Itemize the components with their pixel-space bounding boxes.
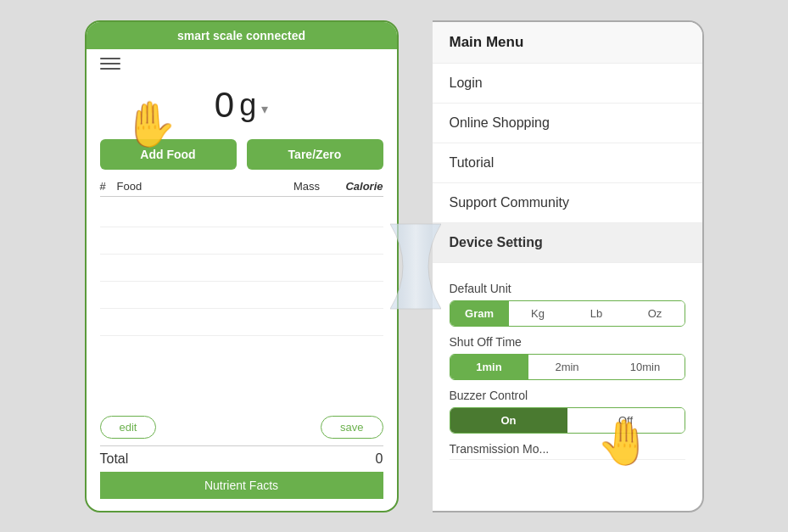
fold-arrow xyxy=(390,207,441,326)
weight-value: 0 xyxy=(215,85,234,126)
total-label: Total xyxy=(100,451,129,467)
nutrient-facts-bar[interactable]: Nutrient Facts xyxy=(100,472,383,499)
shut-off-label: Shut Off Time xyxy=(450,335,685,349)
table-row xyxy=(100,255,383,282)
save-button[interactable]: save xyxy=(321,416,383,439)
weight-unit: g xyxy=(239,87,256,123)
tare-zero-button[interactable]: Tare/Zero xyxy=(247,139,383,170)
shutoff-10min-button[interactable]: 10min xyxy=(606,355,685,379)
unit-kg-button[interactable]: Kg xyxy=(509,301,567,326)
col-num-label: # xyxy=(100,180,117,193)
hand-cursor-left: 🤚 xyxy=(122,98,177,150)
hand-cursor-right: 🤚 xyxy=(596,417,651,468)
phone-left: smart scale connected 0 g ▾ Add Food Tar… xyxy=(85,20,399,512)
menu-item-login[interactable]: Login xyxy=(433,64,702,104)
unit-oz-button[interactable]: Oz xyxy=(626,301,685,326)
table-row xyxy=(100,200,383,227)
food-table-rows xyxy=(100,200,383,409)
shutoff-toggle-group: 1min 2min 10min xyxy=(450,354,685,380)
nutrient-facts-label: Nutrient Facts xyxy=(204,479,278,492)
device-setting-section: Default Unit Gram Kg Lb Oz Shut Off Time… xyxy=(433,263,702,511)
table-header: # Food Mass Calorie xyxy=(100,180,383,197)
unit-lb-button[interactable]: Lb xyxy=(567,301,626,326)
buzzer-on-button[interactable]: On xyxy=(450,408,567,433)
col-calorie-label: Calorie xyxy=(333,180,383,193)
table-row xyxy=(100,282,383,309)
total-value: 0 xyxy=(376,451,383,467)
default-unit-label: Default Unit xyxy=(450,282,685,295)
app-title: smart scale connected xyxy=(177,29,305,42)
table-row xyxy=(100,309,383,336)
unit-gram-button[interactable]: Gram xyxy=(450,301,509,326)
total-row: Total 0 xyxy=(100,445,383,472)
edit-button[interactable]: edit xyxy=(100,416,157,439)
shutoff-2min-button[interactable]: 2min xyxy=(528,355,606,379)
col-food-label: Food xyxy=(117,180,282,193)
app-title-bar: smart scale connected xyxy=(87,22,397,49)
footer-buttons: edit save xyxy=(100,416,383,439)
menu-header: Main Menu xyxy=(433,22,702,64)
panels-wrapper: smart scale connected 0 g ▾ Add Food Tar… xyxy=(85,20,704,512)
hamburger-menu[interactable] xyxy=(100,58,120,70)
menu-panel: Main Menu Login Online Shopping Tutorial… xyxy=(433,20,704,512)
unit-toggle-group: Gram Kg Lb Oz xyxy=(450,300,685,327)
table-row xyxy=(100,227,383,255)
col-mass-label: Mass xyxy=(282,180,333,193)
menu-item-tutorial[interactable]: Tutorial xyxy=(433,143,702,183)
buzzer-label: Buzzer Control xyxy=(450,389,685,402)
menu-item-support-community[interactable]: Support Community xyxy=(433,183,702,223)
scene: smart scale connected 0 g ▾ Add Food Tar… xyxy=(0,0,788,532)
unit-chevron-icon[interactable]: ▾ xyxy=(261,101,268,117)
menu-item-device-setting[interactable]: Device Setting xyxy=(433,223,702,263)
menu-item-online-shopping[interactable]: Online Shopping xyxy=(433,104,702,143)
shutoff-1min-button[interactable]: 1min xyxy=(450,355,528,379)
